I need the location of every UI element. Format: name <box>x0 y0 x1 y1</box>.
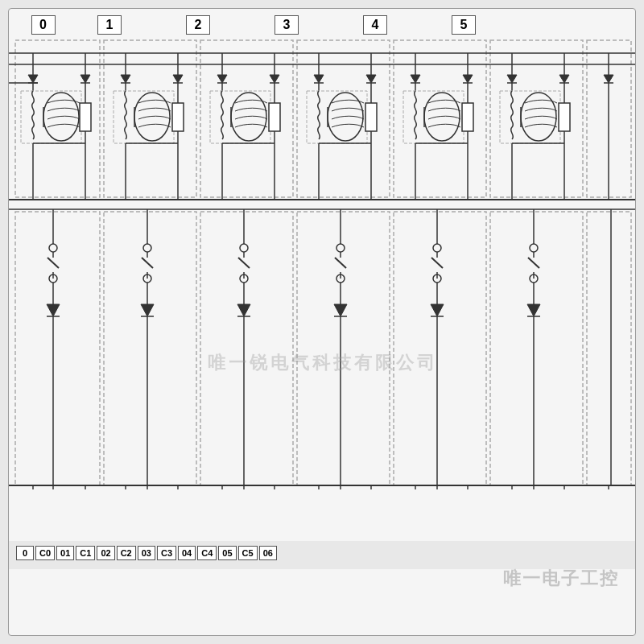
svg-marker-58 <box>270 75 279 83</box>
terminal-c0: C0 <box>35 546 55 560</box>
svg-rect-122 <box>394 212 486 485</box>
terminal-c5: C5 <box>238 546 258 560</box>
svg-marker-25 <box>80 75 90 83</box>
svg-rect-103 <box>559 103 570 131</box>
svg-rect-119 <box>104 212 196 485</box>
circuit-svg: 唯一锐电气科技有限公司 <box>9 39 636 538</box>
svg-marker-162 <box>334 304 347 316</box>
svg-marker-113 <box>604 75 613 83</box>
svg-marker-109 <box>559 75 569 83</box>
svg-rect-52 <box>269 103 280 131</box>
terminal-06: 06 <box>259 546 277 560</box>
channel-label-0: 0 <box>21 15 65 35</box>
svg-rect-69 <box>365 103 377 131</box>
channel-label-5: 5 <box>419 15 508 35</box>
svg-line-158 <box>335 258 346 268</box>
svg-marker-79 <box>411 75 420 83</box>
terminal-c4: C4 <box>197 546 217 560</box>
svg-point-156 <box>336 244 345 252</box>
svg-point-126 <box>49 244 57 252</box>
terminal-04: 04 <box>178 546 196 560</box>
svg-point-136 <box>143 244 151 252</box>
svg-line-128 <box>47 258 59 268</box>
svg-marker-75 <box>366 75 376 83</box>
svg-point-146 <box>240 244 248 252</box>
svg-marker-45 <box>217 75 227 83</box>
svg-point-166 <box>433 244 441 252</box>
svg-marker-62 <box>314 75 324 83</box>
svg-marker-132 <box>47 304 60 316</box>
channel-label-1: 1 <box>65 15 154 35</box>
watermark: 唯一电子工控 <box>503 567 619 591</box>
svg-rect-121 <box>297 212 390 485</box>
svg-line-178 <box>528 258 539 268</box>
terminal-c2: C2 <box>117 546 136 560</box>
terminal-0: 0 <box>16 546 34 560</box>
svg-marker-142 <box>141 304 154 316</box>
svg-line-168 <box>431 258 443 268</box>
svg-text:唯一锐电气科技有限公司: 唯一锐电气科技有限公司 <box>208 353 438 373</box>
svg-rect-124 <box>587 212 631 485</box>
terminal-03: 03 <box>138 546 155 560</box>
channel-label-more <box>508 15 540 35</box>
diagram-area: 0 1 2 3 4 5 <box>8 8 636 636</box>
svg-point-176 <box>530 244 538 252</box>
channel-labels-row: 0 1 2 3 4 5 <box>9 9 635 39</box>
svg-marker-152 <box>237 304 250 316</box>
svg-rect-86 <box>462 103 473 131</box>
svg-rect-118 <box>15 212 100 485</box>
terminal-02: 02 <box>97 546 114 560</box>
svg-marker-96 <box>507 75 517 83</box>
terminal-01: 01 <box>56 546 74 560</box>
svg-rect-18 <box>80 103 91 131</box>
svg-marker-172 <box>431 304 444 316</box>
svg-rect-123 <box>490 212 583 485</box>
channel-label-2: 2 <box>154 15 242 35</box>
svg-marker-28 <box>121 75 130 83</box>
terminal-c3: C3 <box>157 546 176 560</box>
svg-line-148 <box>238 258 250 268</box>
circuit-diagram: 唯一锐电气科技有限公司 <box>9 39 635 541</box>
channel-label-3: 3 <box>242 15 331 35</box>
svg-line-138 <box>142 258 153 268</box>
svg-marker-182 <box>527 304 540 316</box>
terminal-05: 05 <box>218 546 236 560</box>
svg-marker-41 <box>173 75 183 83</box>
svg-marker-92 <box>463 75 473 83</box>
svg-marker-10 <box>28 75 38 83</box>
channel-label-4: 4 <box>331 15 419 35</box>
main-container: 0 1 2 3 4 5 <box>0 0 644 644</box>
terminal-labels-row: 0 C0 01 C1 02 C2 03 C3 04 C4 05 C5 06 <box>9 541 635 569</box>
svg-rect-120 <box>200 212 293 485</box>
svg-rect-35 <box>172 103 184 131</box>
terminal-c1: C1 <box>76 546 95 560</box>
